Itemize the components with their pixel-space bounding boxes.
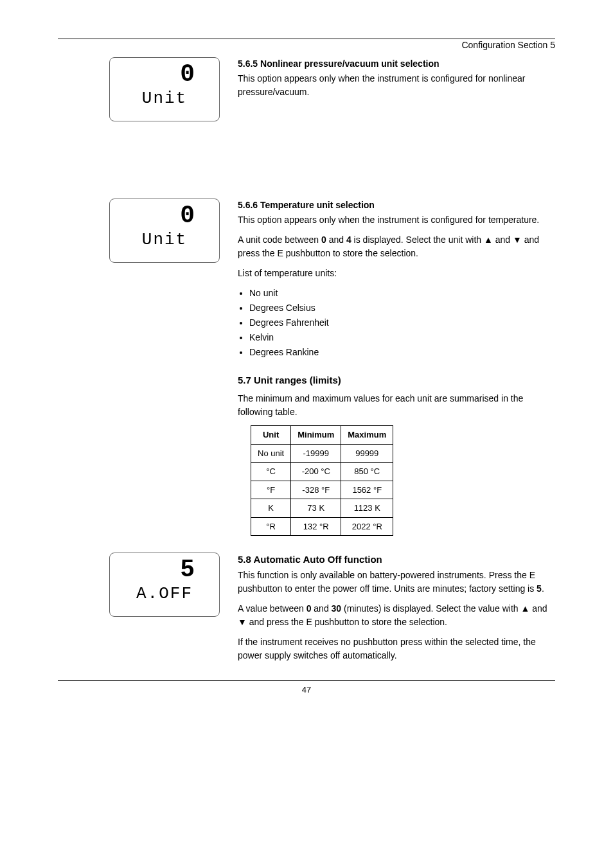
cell: -200 °C [291,463,341,481]
page: Configuration Section 5 0 Unit 5.6.5 Non… [0,0,613,868]
heading-57: 5.7 Unit ranges (limits) [238,375,555,385]
body-58-2: A value between 0 and 30 (minutes) is di… [238,602,555,629]
t: (minutes) is displayed. Select the value… [341,603,520,614]
unit-item: Degrees Fahrenheit [249,316,555,330]
table-row: °C -200 °C 850 °C [251,463,393,481]
section-57-text: The minimum and maximum values for each … [238,392,555,536]
heading-566: 5.6.6 Temperature unit selection [238,199,555,212]
section-566-text: 5.6.6 Temperature unit selection This op… [238,199,555,359]
unit-item: Kelvin [249,331,555,344]
col-unit: Unit [251,426,291,445]
cell: No unit [251,444,291,463]
cell: °R [251,517,291,536]
factory-setting: 5 [537,583,542,594]
limits-intro: The minimum and maximum values for each … [238,392,555,419]
t: and [529,603,547,614]
down-arrow-icon: ▼ [238,617,247,627]
cell: -19999 [291,444,341,463]
unit-list: No unit Degrees Celsius Degrees Fahrenhe… [238,287,555,359]
t: and [493,235,513,245]
t: . [542,583,544,594]
unit-item: No unit [249,287,555,300]
cell: 132 °R [291,517,341,536]
cell: 99999 [341,444,393,463]
section-565: 0 Unit 5.6.5 Nonlinear pressure/vacuum u… [58,57,555,128]
cell: K [251,499,291,518]
section-565-text: 5.6.5 Nonlinear pressure/vacuum unit sel… [238,57,555,99]
heading-565: 5.6.5 Nonlinear pressure/vacuum unit sel… [238,57,555,71]
body-566-2: A unit code between 0 and 4 is displayed… [238,233,555,260]
unit-item: Degrees Rankine [249,346,555,359]
code-high: 4 [346,235,351,245]
table-header-row: Unit Minimum Maximum [251,426,393,445]
col-max: Maximum [341,426,393,445]
t: and [326,235,346,245]
table-row: K 73 K 1123 K [251,499,393,518]
table-row: °R 132 °R 2022 °R [251,517,393,536]
lcd-display-566: 0 Unit [109,199,220,263]
table-row: °F -328 °F 1562 °F [251,481,393,499]
up-arrow-icon: ▲ [484,235,493,245]
down-arrow-icon: ▼ [513,235,522,245]
lcd-row1: 0 [110,62,219,87]
cell: 1562 °F [341,481,393,499]
section-566: 0 Unit 5.6.6 Temperature unit selection … [58,199,555,359]
cell: °F [251,481,291,499]
header-section-label: Configuration Section 5 [461,40,555,50]
page-number: 47 [58,685,555,695]
rule-bottom [58,680,555,681]
lcd-row2: Unit [110,89,219,108]
heading-58: 5.8 Automatic Auto Off function [238,553,555,567]
t: A value between [238,603,306,614]
table-row: No unit -19999 99999 [251,444,393,463]
lcd-row1: 0 [110,203,219,229]
cell: -328 °F [291,481,341,499]
body-58-3: If the instrument receives no pushbutton… [238,635,555,662]
up-arrow-icon: ▲ [521,603,530,614]
body-566-1: This option appears only when the instru… [238,213,555,227]
t: is displayed. Select the unit with [351,235,484,245]
lcd-display-58: 5 A.OFF [109,553,220,617]
code-low: 0 [321,235,326,245]
t: and press the E pushbutton to store the … [247,617,447,627]
unit-list-intro: List of temperature units: [238,267,555,280]
section-58: 5 A.OFF 5.8 Automatic Auto Off function … [58,553,555,662]
body-58-1: This function is only available on batte… [238,569,555,596]
col-min: Minimum [291,426,341,445]
section-58-text: 5.8 Automatic Auto Off function This fun… [238,553,555,662]
lcd-row2: A.OFF [110,584,219,603]
rule-top [58,39,555,39]
range-high: 30 [332,603,342,614]
t: and [311,603,331,614]
unit-item: Degrees Celsius [249,301,555,315]
cell: 1123 K [341,499,393,518]
cell: 73 K [291,499,341,518]
body-565: This option appears only when the instru… [238,72,555,99]
cell: °C [251,463,291,481]
t: This function is only available on batte… [238,570,537,594]
limits-table: Unit Minimum Maximum No unit -19999 9999… [251,425,393,536]
t: A unit code between [238,235,321,245]
cell: 2022 °R [341,517,393,536]
cell: 850 °C [341,463,393,481]
lcd-row2: Unit [110,230,219,249]
lcd-row1: 5 [110,557,219,583]
lcd-display-565: 0 Unit [109,57,220,121]
